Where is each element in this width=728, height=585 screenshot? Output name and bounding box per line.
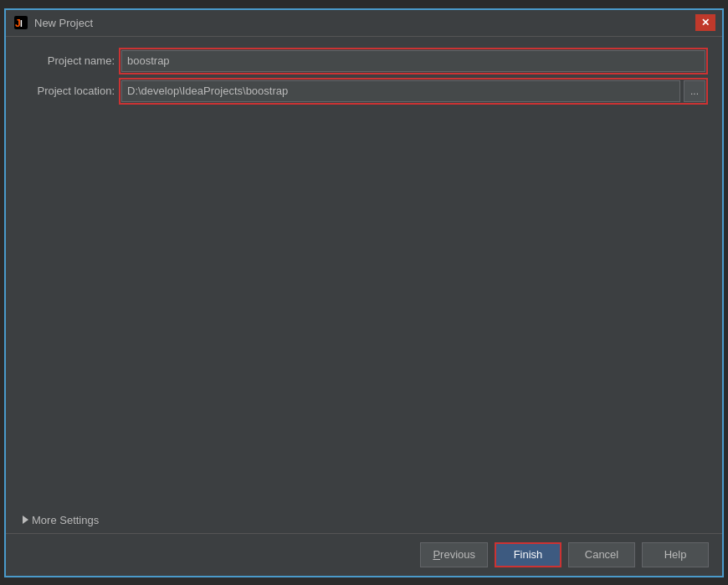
dialog-content: Project name: Project location: ...: [6, 37, 722, 507]
content-spacer: [23, 110, 705, 494]
dialog-footer: Previous Finish Cancel Help: [6, 533, 722, 576]
title-bar-left: J I New Project: [13, 14, 93, 31]
more-settings-label: More Settings: [32, 514, 99, 526]
title-bar: J I New Project ✕: [6, 10, 722, 37]
project-location-input[interactable]: [121, 80, 680, 102]
more-settings-toggle[interactable]: More Settings: [23, 514, 705, 526]
project-name-row: Project name:: [23, 50, 705, 72]
browse-button[interactable]: ...: [684, 80, 705, 102]
triangle-icon: [23, 516, 28, 524]
help-button[interactable]: Help: [642, 542, 709, 567]
finish-button[interactable]: Finish: [495, 542, 561, 567]
cancel-button[interactable]: Cancel: [568, 542, 635, 567]
more-settings-section: More Settings: [6, 507, 722, 533]
app-icon: J I: [13, 14, 29, 31]
project-name-input[interactable]: [121, 50, 705, 72]
new-project-dialog: J I New Project ✕ Project name: Project …: [4, 8, 724, 577]
previous-button[interactable]: Previous: [420, 542, 488, 567]
previous-label: Previous: [433, 548, 475, 561]
close-button[interactable]: ✕: [695, 14, 715, 31]
project-location-label: Project location:: [23, 85, 115, 97]
project-name-label: Project name:: [23, 54, 115, 67]
project-location-wrapper: ...: [121, 80, 705, 102]
dialog-title: New Project: [34, 17, 93, 29]
project-location-row: Project location: ...: [23, 80, 705, 102]
svg-text:I: I: [20, 19, 23, 28]
